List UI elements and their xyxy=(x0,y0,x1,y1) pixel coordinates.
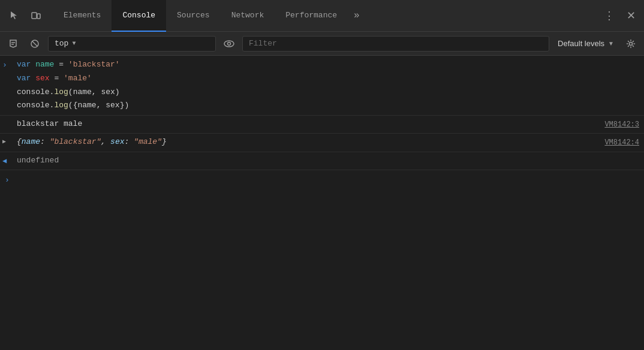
console-ref2: console. xyxy=(17,101,54,110)
console-output-row-2: ▶ {name: "blackstar", sex: "male"} VM814… xyxy=(0,134,644,152)
var-sex: sex xyxy=(35,74,49,83)
tab-elements[interactable]: Elements xyxy=(53,0,112,32)
output-gutter-2: ▶ xyxy=(2,136,17,147)
object-display: {name: "blackstar", sex: "male"} xyxy=(17,137,167,146)
console-input-row[interactable]: › xyxy=(0,170,644,189)
output-text-1: blackstar male xyxy=(17,118,600,131)
close-devtools-button[interactable]: ✕ xyxy=(622,7,639,24)
string-male: 'male' xyxy=(64,74,92,83)
levels-label: Default levels xyxy=(558,39,604,48)
svg-point-9 xyxy=(630,42,633,45)
undefined-value: undefined xyxy=(17,156,59,165)
stop-icon[interactable] xyxy=(26,35,43,52)
tab-sources[interactable]: Sources xyxy=(166,0,221,32)
svg-rect-1 xyxy=(37,14,40,19)
var-name: name xyxy=(35,60,54,69)
return-arrow-icon: ◀ xyxy=(2,156,7,167)
console-settings-button[interactable] xyxy=(622,35,639,52)
console-output: › var name = 'blackstar' var sex = 'male… xyxy=(0,56,644,350)
source-link-2[interactable]: VM8142:4 xyxy=(604,136,639,149)
code-line-1: var name = 'blackstar' xyxy=(17,58,639,72)
svg-rect-0 xyxy=(32,13,37,19)
tab-performance[interactable]: Performance xyxy=(275,0,348,32)
clear-console-button[interactable] xyxy=(5,35,22,52)
chevron-down-icon: ▼ xyxy=(72,40,76,47)
console-return-row: ◀ undefined xyxy=(0,152,644,170)
more-tabs-button[interactable]: » xyxy=(348,0,366,32)
svg-point-8 xyxy=(228,42,231,45)
devtools-icons xyxy=(5,6,46,25)
output-gutter-1 xyxy=(2,118,17,119)
prompt-icon: › xyxy=(2,58,17,72)
string-blackstar: 'blackstar' xyxy=(68,60,120,69)
device-toggle-icon[interactable] xyxy=(26,6,46,25)
console-toolbar: top ▼ Default levels ▼ xyxy=(0,32,644,56)
expand-arrow-icon[interactable]: ▶ xyxy=(2,137,6,147)
keyword-var: var xyxy=(17,60,35,69)
code-content: var name = 'blackstar' var sex = 'male' … xyxy=(17,58,639,113)
console-row-code: › var name = 'blackstar' var sex = 'male… xyxy=(0,56,644,115)
context-value: top xyxy=(55,39,68,48)
keyword-var2: var xyxy=(17,74,35,83)
console-row-output-2: ▶ {name: "blackstar", sex: "male"} VM814… xyxy=(0,134,644,151)
filter-input[interactable] xyxy=(242,36,549,52)
console-row-return: ◀ undefined xyxy=(0,152,644,170)
top-bar: Elements Console Sources Network Perform… xyxy=(0,0,644,32)
return-gutter: ◀ xyxy=(2,155,17,167)
more-options-button[interactable]: ⋮ xyxy=(601,7,618,24)
nav-tabs: Elements Console Sources Network Perform… xyxy=(53,0,366,31)
code-line-3: console.log(name, sex) xyxy=(17,86,639,99)
context-selector[interactable]: top ▼ xyxy=(48,36,216,52)
svg-marker-2 xyxy=(10,40,16,47)
code-line-4: console.log({name, sex}) xyxy=(17,99,639,113)
live-expressions-button[interactable] xyxy=(221,35,237,52)
log-fn: log xyxy=(54,88,68,96)
input-prompt-icon: › xyxy=(5,174,19,185)
tab-console[interactable]: Console xyxy=(112,0,166,32)
top-bar-right: ⋮ ✕ xyxy=(601,7,639,24)
svg-point-7 xyxy=(224,41,234,47)
code-line-2: var sex = 'male' xyxy=(17,72,639,86)
svg-line-6 xyxy=(32,41,37,46)
source-link-1[interactable]: VM8142:3 xyxy=(604,118,639,131)
tab-network[interactable]: Network xyxy=(221,0,275,32)
output-value-1: blackstar male xyxy=(17,119,82,128)
console-row-output-1: blackstar male VM8142:3 xyxy=(0,116,644,133)
log-levels-button[interactable]: Default levels ▼ xyxy=(554,36,618,52)
chevron-down-icon: ▼ xyxy=(608,40,614,47)
console-code-block: › var name = 'blackstar' var sex = 'male… xyxy=(0,56,644,116)
log-fn2: log xyxy=(54,101,68,110)
code-lines: var name = 'blackstar' var sex = 'male' … xyxy=(17,58,639,113)
console-ref: console. xyxy=(17,88,54,96)
output-object[interactable]: {name: "blackstar", sex: "male"} xyxy=(17,136,600,149)
return-value: undefined xyxy=(17,155,639,167)
cursor-icon[interactable] xyxy=(5,6,24,25)
console-output-row-1: blackstar male VM8142:3 xyxy=(0,116,644,134)
